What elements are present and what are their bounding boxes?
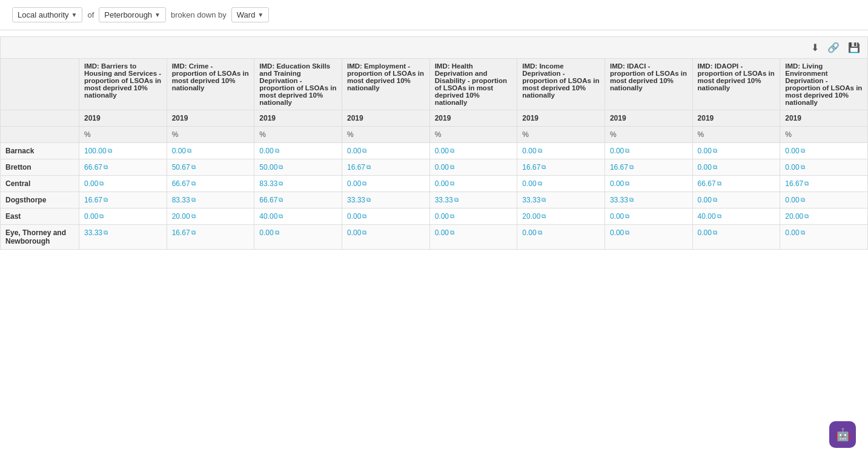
data-value-link[interactable]: 0.00 <box>785 228 804 237</box>
data-value-link[interactable]: 0.00 <box>172 147 191 155</box>
data-cell[interactable]: 0.00 <box>429 159 517 176</box>
data-value-link[interactable]: 33.33 <box>610 196 634 204</box>
data-value-link[interactable]: 0.00 <box>698 163 717 172</box>
data-cell[interactable]: 0.00 <box>780 225 868 250</box>
data-value-link[interactable]: 0.00 <box>84 179 104 188</box>
filter-ward[interactable]: Ward ▼ <box>231 7 269 22</box>
data-value-link[interactable]: 0.00 <box>698 228 717 237</box>
data-value-link[interactable]: 16.67 <box>785 179 809 188</box>
data-value-link[interactable]: 100.00 <box>84 147 112 155</box>
data-cell[interactable]: 0.00 <box>79 208 167 225</box>
download-button[interactable]: ⬇ <box>809 41 821 55</box>
data-cell[interactable]: 66.67 <box>79 159 167 176</box>
data-cell[interactable]: 0.00 <box>692 192 780 208</box>
data-value-link[interactable]: 0.00 <box>785 147 804 155</box>
data-value-link[interactable]: 0.00 <box>698 147 717 155</box>
data-value-link[interactable]: 16.67 <box>84 196 108 204</box>
data-value-link[interactable]: 16.67 <box>522 163 546 172</box>
data-cell[interactable]: 16.67 <box>342 159 429 176</box>
data-value-link[interactable]: 0.00 <box>435 212 454 221</box>
data-value-link[interactable]: 0.00 <box>698 196 717 204</box>
data-value-link[interactable]: 0.00 <box>435 228 454 237</box>
data-cell[interactable]: 0.00 <box>605 176 692 192</box>
data-value-link[interactable]: 83.33 <box>259 179 283 188</box>
data-cell[interactable]: 66.67 <box>167 176 254 192</box>
data-value-link[interactable]: 0.00 <box>347 147 366 155</box>
data-cell[interactable]: 83.33 <box>167 192 254 208</box>
data-cell[interactable]: 0.00 <box>79 176 167 192</box>
data-value-link[interactable]: 20.00 <box>785 212 809 221</box>
data-value-link[interactable]: 50.00 <box>259 163 283 172</box>
data-cell[interactable]: 0.00 <box>254 143 342 159</box>
filter-local-authority[interactable]: Local authority ▼ <box>12 7 82 22</box>
data-cell[interactable]: 0.00 <box>342 176 429 192</box>
data-cell[interactable]: 0.00 <box>517 225 605 250</box>
data-value-link[interactable]: 0.00 <box>84 212 104 221</box>
data-value-link[interactable]: 0.00 <box>610 179 629 188</box>
save-button[interactable]: 💾 <box>846 41 863 55</box>
data-cell[interactable]: 0.00 <box>605 208 692 225</box>
data-value-link[interactable]: 66.67 <box>172 179 196 188</box>
data-cell[interactable]: 0.00 <box>254 225 342 250</box>
data-value-link[interactable]: 0.00 <box>347 228 366 237</box>
filter-peterborough[interactable]: Peterborough ▼ <box>99 7 166 22</box>
data-cell[interactable]: 16.67 <box>79 192 167 208</box>
data-value-link[interactable]: 33.33 <box>84 228 108 237</box>
data-cell[interactable]: 0.00 <box>692 143 780 159</box>
data-value-link[interactable]: 0.00 <box>347 179 366 188</box>
data-cell[interactable]: 0.00 <box>429 208 517 225</box>
data-value-link[interactable]: 0.00 <box>259 228 279 237</box>
data-cell[interactable]: 100.00 <box>79 143 167 159</box>
data-value-link[interactable]: 33.33 <box>435 196 459 204</box>
data-cell[interactable]: 33.33 <box>79 225 167 250</box>
data-cell[interactable]: 0.00 <box>780 143 868 159</box>
data-cell[interactable]: 0.00 <box>167 143 254 159</box>
data-cell[interactable]: 50.67 <box>167 159 254 176</box>
data-cell[interactable]: 0.00 <box>780 192 868 208</box>
data-cell[interactable]: 20.00 <box>167 208 254 225</box>
data-cell[interactable]: 33.33 <box>429 192 517 208</box>
data-cell[interactable]: 16.67 <box>517 159 605 176</box>
link-button[interactable]: 🔗 <box>825 41 842 55</box>
data-cell[interactable]: 33.33 <box>342 192 429 208</box>
data-cell[interactable]: 20.00 <box>517 208 605 225</box>
data-value-link[interactable]: 16.67 <box>172 228 196 237</box>
data-cell[interactable]: 33.33 <box>517 192 605 208</box>
data-cell[interactable]: 0.00 <box>517 176 605 192</box>
data-cell[interactable]: 16.67 <box>605 159 692 176</box>
data-value-link[interactable]: 0.00 <box>522 147 542 155</box>
data-cell[interactable]: 0.00 <box>692 225 780 250</box>
data-cell[interactable]: 0.00 <box>429 143 517 159</box>
data-value-link[interactable]: 0.00 <box>522 179 542 188</box>
data-cell[interactable]: 16.67 <box>167 225 254 250</box>
data-value-link[interactable]: 0.00 <box>785 196 804 204</box>
data-cell[interactable]: 0.00 <box>342 143 429 159</box>
data-value-link[interactable]: 16.67 <box>610 163 634 172</box>
data-value-link[interactable]: 16.67 <box>347 163 371 172</box>
data-cell[interactable]: 50.00 <box>254 159 342 176</box>
data-cell[interactable]: 66.67 <box>692 176 780 192</box>
data-value-link[interactable]: 20.00 <box>522 212 546 221</box>
data-value-link[interactable]: 33.33 <box>522 196 546 204</box>
data-value-link[interactable]: 0.00 <box>522 228 542 237</box>
data-value-link[interactable]: 33.33 <box>347 196 371 204</box>
data-cell[interactable]: 0.00 <box>780 159 868 176</box>
data-cell[interactable]: 0.00 <box>429 225 517 250</box>
data-value-link[interactable]: 83.33 <box>172 196 196 204</box>
data-value-link[interactable]: 0.00 <box>347 212 366 221</box>
data-cell[interactable]: 20.00 <box>780 208 868 225</box>
data-value-link[interactable]: 0.00 <box>259 147 279 155</box>
data-cell[interactable]: 0.00 <box>517 143 605 159</box>
data-cell[interactable]: 66.67 <box>254 192 342 208</box>
data-value-link[interactable]: 50.67 <box>172 163 196 172</box>
data-value-link[interactable]: 0.00 <box>435 179 454 188</box>
data-cell[interactable]: 0.00 <box>342 208 429 225</box>
data-cell[interactable]: 0.00 <box>342 225 429 250</box>
data-value-link[interactable]: 0.00 <box>435 147 454 155</box>
data-value-link[interactable]: 66.67 <box>698 179 721 188</box>
data-cell[interactable]: 16.67 <box>780 176 868 192</box>
data-value-link[interactable]: 40.00 <box>698 212 721 221</box>
data-value-link[interactable]: 66.67 <box>84 163 108 172</box>
data-cell[interactable]: 0.00 <box>605 143 692 159</box>
data-value-link[interactable]: 0.00 <box>785 163 804 172</box>
